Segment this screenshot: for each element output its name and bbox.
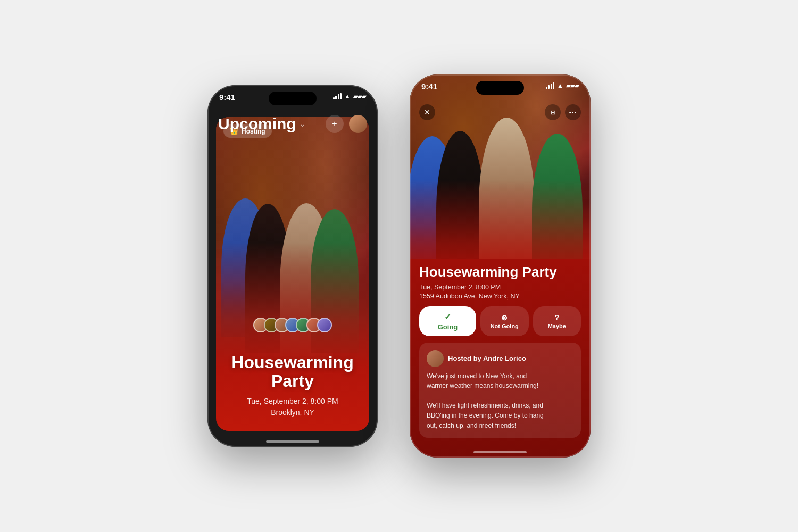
battery-icon-1: ▰▰▰ <box>353 93 366 100</box>
phone2-wrapper: 9:41 ▲ ▰▰▰ <box>410 74 591 458</box>
plus-icon: + <box>332 119 337 129</box>
upcoming-title[interactable]: Upcoming ⌄ <box>218 115 306 133</box>
header-buttons: + <box>326 115 367 133</box>
close-icon: ✕ <box>424 108 430 117</box>
event-info-1: Housewarming Party Tue, September 2, 8:0… <box>216 345 369 431</box>
host-row: Hosted by Andre Lorico <box>427 350 573 367</box>
host-name: Hosted by Andre Lorico <box>448 354 526 362</box>
maybe-button[interactable]: ? Maybe <box>533 306 581 336</box>
status-time-2: 9:41 <box>421 82 437 91</box>
event-title-line1: Housewarming <box>231 353 353 372</box>
phone2: 9:41 ▲ ▰▰▰ <box>410 74 591 458</box>
dynamic-island-2 <box>476 81 524 95</box>
event-detail-location: 1559 Audubon Ave, New York, NY <box>419 293 581 300</box>
user-avatar-button[interactable] <box>349 115 367 133</box>
going-label: Going <box>438 323 458 331</box>
upcoming-text: Upcoming <box>218 115 296 133</box>
desc-line5: BBQ'ing in the evening. Come by to hang <box>427 412 544 419</box>
wifi-icon-1: ▲ <box>344 93 351 100</box>
top-right-buttons: ⊞ ••• <box>545 104 581 120</box>
more-icon: ••• <box>569 109 577 115</box>
status-icons-2: ▲ ▰▰▰ <box>546 82 579 89</box>
chevron-down-icon: ⌄ <box>300 120 306 128</box>
add-event-button[interactable]: + <box>326 115 344 133</box>
phone1-header: Upcoming ⌄ + <box>207 113 378 135</box>
desc-line1: We've just moved to New York, and <box>427 372 527 380</box>
event-title-1: Housewarming Party <box>227 353 359 390</box>
home-indicator-2 <box>473 451 527 453</box>
event-detail-date: Tue, September 2, 8:00 PM <box>419 284 581 291</box>
status-icons-1: ▲ ▰▰▰ <box>333 93 366 100</box>
event-date-1: Tue, September 2, 8:00 PM <box>227 396 359 407</box>
status-time-1: 9:41 <box>219 93 235 102</box>
maybe-icon: ? <box>554 313 559 322</box>
desc-line4: We'll have light refreshments, drinks, a… <box>427 402 543 409</box>
signal-icon-1 <box>333 93 342 99</box>
host-avatar <box>427 350 444 367</box>
phone2-top-bar: ✕ ⊞ ••• <box>410 102 591 122</box>
close-button[interactable]: ✕ <box>419 104 435 120</box>
not-going-label: Not Going <box>491 323 519 329</box>
desc-line6: out, catch up, and meet friends! <box>427 422 516 429</box>
phone1-wrapper: 9:41 ▲ ▰▰▰ Upcoming ⌄ <box>207 85 378 447</box>
phone1-screen: 9:41 ▲ ▰▰▰ Upcoming ⌄ <box>207 85 378 447</box>
dynamic-island-1 <box>269 92 317 105</box>
share-button[interactable]: ⊞ <box>545 104 561 120</box>
bottom-sheet: Housewarming Party Tue, September 2, 8:0… <box>410 259 591 458</box>
more-button[interactable]: ••• <box>565 104 581 120</box>
event-title-line2: Party <box>271 371 314 390</box>
going-check-icon: ✓ <box>444 312 451 322</box>
rsvp-row: ✓ Going ⊗ Not Going ? Maybe <box>419 306 581 336</box>
battery-icon-2: ▰▰▰ <box>566 82 579 89</box>
not-going-icon: ⊗ <box>501 313 508 322</box>
event-description-card: Hosted by Andre Lorico We've just moved … <box>419 343 581 438</box>
attendee-avatars <box>253 318 332 332</box>
home-indicator-1 <box>266 440 319 443</box>
wifi-icon-2: ▲ <box>557 82 563 89</box>
signal-icon-2 <box>546 82 555 89</box>
attendee-avatar-7 <box>317 318 332 332</box>
not-going-button[interactable]: ⊗ Not Going <box>480 306 529 336</box>
phone1: 9:41 ▲ ▰▰▰ Upcoming ⌄ <box>207 85 378 447</box>
desc-line2: warmer weather means housewarming! <box>427 382 538 389</box>
event-description-text: We've just moved to New York, and warmer… <box>427 371 573 431</box>
maybe-label: Maybe <box>548 323 566 329</box>
share-icon: ⊞ <box>551 109 555 116</box>
event-location-1: Brooklyn, NY <box>227 407 359 418</box>
event-card-1[interactable]: 👑 Hosting Housewarming <box>216 117 369 431</box>
event-detail-title: Housewarming Party <box>419 264 581 280</box>
going-button[interactable]: ✓ Going <box>419 306 476 336</box>
